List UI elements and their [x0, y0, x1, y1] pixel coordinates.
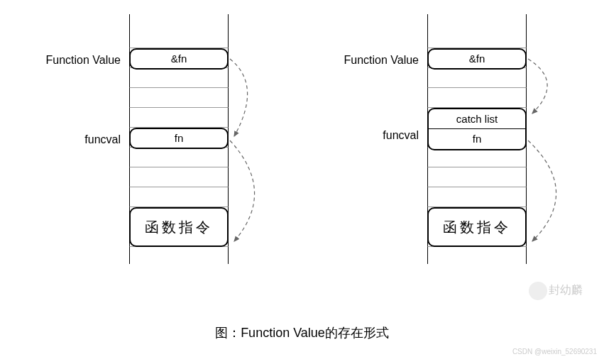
box-catch-text-r: catch list — [429, 109, 525, 129]
box-funcval-text-r: fn — [429, 129, 525, 149]
box-fv-text-r: &fn — [429, 49, 525, 69]
instruction-text-r: 函数指令 — [443, 218, 511, 237]
box-funcval-r: catch list fn — [427, 108, 527, 150]
watermark: 封幼麟 — [529, 282, 583, 300]
box-function-value-r: &fn — [427, 48, 527, 70]
box-funcval: fn — [129, 128, 229, 149]
box-funcval-text: fn — [131, 128, 227, 148]
box-instruction: 函数指令 — [129, 207, 229, 247]
label-funcval-r: funcval — [319, 129, 419, 142]
label-function-value-r: Function Value — [319, 54, 419, 67]
caption: 图：Function Value的存在形式 — [0, 324, 604, 341]
watermark-icon — [529, 282, 547, 300]
label-function-value: Function Value — [21, 54, 121, 67]
label-funcval: funcval — [21, 133, 121, 146]
box-instruction-r: 函数指令 — [427, 207, 527, 247]
instruction-text: 函数指令 — [145, 218, 213, 237]
box-fv-text: &fn — [131, 49, 227, 69]
credit: CSDN @weixin_52690231 — [512, 348, 597, 355]
box-function-value: &fn — [129, 48, 229, 70]
watermark-text: 封幼麟 — [549, 284, 583, 296]
